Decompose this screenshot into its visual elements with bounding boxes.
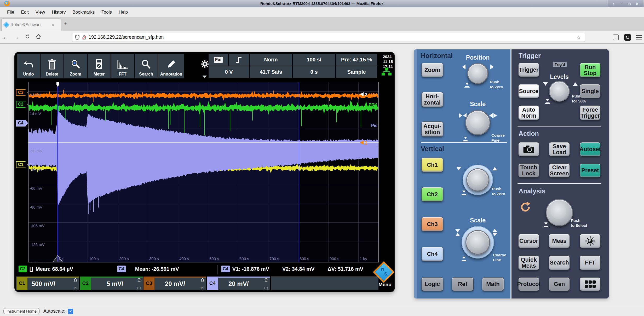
quick-meas-button[interactable]: Quick Meas — [518, 255, 539, 270]
vertical-heading: Vertical — [421, 145, 444, 153]
gen-button[interactable]: Gen — [549, 277, 570, 291]
auto-norm-button[interactable]: Auto Norm — [518, 105, 539, 120]
intensity-button[interactable] — [580, 234, 601, 248]
status-timebase[interactable]: 100 s/ — [293, 54, 335, 66]
save-load-button[interactable]: Save Load — [549, 142, 570, 156]
close-button[interactable]: × — [634, 2, 640, 6]
h-position-label: Position — [463, 54, 492, 61]
svg-text:1: 1 — [365, 140, 367, 146]
channel-tag-c4[interactable]: C4 — [16, 120, 28, 127]
cursor-button[interactable]: Cursor — [518, 234, 539, 248]
annotation-button[interactable]: Annotation — [158, 54, 184, 78]
menu-view[interactable]: View — [32, 10, 49, 15]
menu-tools[interactable]: Tools — [98, 10, 115, 15]
ch1-button[interactable]: Ch1 — [421, 158, 443, 172]
delete-button[interactable]: Delete — [41, 54, 64, 78]
h-position-knob[interactable] — [467, 63, 488, 84]
channel-c2-settings[interactable]: C2 5 mV/ Ω 1:1 — [80, 277, 143, 290]
new-tab-button[interactable]: + — [64, 20, 67, 27]
status-trigger-level[interactable]: 0 V — [209, 66, 249, 78]
instrument-home-button[interactable]: Instrument Home — [3, 308, 40, 314]
screenshot-button[interactable] — [518, 142, 539, 156]
menu-file[interactable]: File — [4, 10, 18, 15]
search-panel-button[interactable]: Search — [549, 255, 570, 270]
fft-panel-button[interactable]: FFT — [580, 255, 601, 270]
trigger-button[interactable]: Trigger — [518, 63, 539, 77]
channel-c4-settings[interactable]: C4 20 mV/ Ω 1:1 — [207, 277, 270, 290]
v-position-knob[interactable] — [466, 168, 489, 191]
channel-tag-c3[interactable]: C3 — [16, 89, 28, 96]
ref-button[interactable]: Ref — [452, 277, 474, 291]
clear-screen-button[interactable]: Clear Screen — [549, 163, 570, 177]
trigd-indicator: Trig'd — [553, 62, 567, 67]
pocket-icon[interactable]: ⌄ — [613, 35, 619, 40]
minimize-button[interactable]: − — [618, 2, 625, 6]
search-button[interactable]: Search — [135, 54, 158, 78]
reload-icon[interactable] — [22, 34, 33, 41]
channel-tag-c2[interactable]: C2 — [16, 101, 28, 108]
hamburger-menu-icon[interactable] — [636, 35, 642, 39]
preset-button[interactable]: Preset — [580, 163, 601, 177]
menu-edit[interactable]: Edit — [18, 10, 32, 15]
menu-history[interactable]: History — [48, 10, 69, 15]
forward-icon[interactable]: → — [11, 34, 22, 40]
v-scale-label: Scale — [463, 217, 492, 224]
channel-settings-bar: C1 500 mV/ Ω 1:1 C2 5 mV/ Ω 1:1 C3 20 mV… — [15, 276, 394, 291]
insecure-lock-icon[interactable] — [82, 35, 86, 40]
status-acquire-mode[interactable]: Sample — [336, 66, 377, 78]
touch-lock-button[interactable]: Touch Lock — [518, 163, 539, 177]
shade-window-button[interactable]: ↑ — [611, 2, 617, 6]
scope-menu-label[interactable]: Menu — [376, 282, 394, 288]
url-bar[interactable]: 192.168.229.22/screencam_sfp.htm ☆ — [72, 33, 585, 42]
ch2-button[interactable]: Ch2 — [421, 187, 443, 202]
impedance-icon: Ω — [74, 278, 77, 283]
trigger-level-knob[interactable] — [549, 81, 570, 102]
protocol-button[interactable]: Protocol — [518, 277, 539, 291]
undo-button[interactable]: Undo — [17, 54, 40, 78]
url-text[interactable]: 192.168.229.22/screencam_sfp.htm — [89, 35, 574, 40]
arrow-up-icon — [492, 167, 497, 170]
fft-button[interactable]: FFT — [111, 54, 134, 78]
meas-button[interactable]: Meas — [549, 234, 570, 248]
tab-rohde-schwarz[interactable]: Rohde&Schwarz × — [1, 18, 61, 31]
autoset-button[interactable]: Autoset — [580, 142, 601, 156]
meter-button[interactable]: Meter — [88, 54, 111, 78]
tab-favicon — [3, 22, 9, 28]
shield-icon[interactable] — [75, 35, 80, 40]
autoscale-checkbox[interactable]: ✓ — [68, 309, 73, 314]
bookmark-star-icon[interactable]: ☆ — [576, 34, 581, 41]
status-trigger-mode[interactable]: Norm — [250, 54, 292, 66]
logic-button[interactable]: Logic — [421, 277, 443, 291]
math-button[interactable]: Math — [482, 277, 504, 291]
ch3-button[interactable]: Ch3 — [421, 217, 443, 231]
single-button[interactable]: Single — [580, 84, 601, 98]
horizontal-button[interactable]: Hori- zontal — [421, 92, 443, 107]
status-trigger-slope[interactable] — [229, 54, 249, 66]
ch4-button[interactable]: Ch4 — [421, 247, 443, 261]
maximize-button[interactable]: □ — [626, 2, 632, 6]
tab-close-icon[interactable]: × — [52, 22, 54, 27]
navigation-knob[interactable] — [546, 199, 573, 226]
c2-badge: C2 — [19, 266, 27, 272]
channel-c1-settings[interactable]: C1 500 mV/ Ω 1:1 — [16, 277, 79, 290]
menu-help[interactable]: Help — [115, 10, 131, 15]
home-icon[interactable] — [33, 34, 44, 41]
run-stop-button[interactable]: Run Stop — [580, 63, 601, 77]
channel-tag-c1[interactable]: C1 — [16, 161, 28, 168]
menu-bookmarks[interactable]: Bookmarks — [69, 10, 98, 15]
force-trigger-button[interactable]: Force Trigger — [580, 105, 601, 120]
apps-button[interactable] — [580, 277, 601, 291]
source-button[interactable]: Source — [518, 84, 539, 98]
acquisition-button[interactable]: Acqui- sition — [421, 122, 443, 137]
status-trigger-source[interactable]: Ext — [209, 54, 228, 66]
back-icon[interactable]: ← — [0, 34, 11, 40]
h-zoom-button[interactable]: Zoom — [421, 63, 443, 77]
zoom-button[interactable]: Zoom — [64, 54, 87, 78]
status-sample-rate[interactable]: 41.7 Sa/s — [250, 66, 292, 78]
extension-icon[interactable] — [624, 34, 631, 41]
channel-c3-settings[interactable]: C3 20 mV/ Ω 1:1 — [143, 277, 206, 290]
status-pretrigger[interactable]: Pre: 47.15 % — [336, 54, 377, 66]
h-scale-knob[interactable] — [465, 110, 490, 135]
v-scale-knob[interactable] — [465, 230, 490, 255]
status-h-position[interactable]: 0 s — [293, 66, 335, 78]
